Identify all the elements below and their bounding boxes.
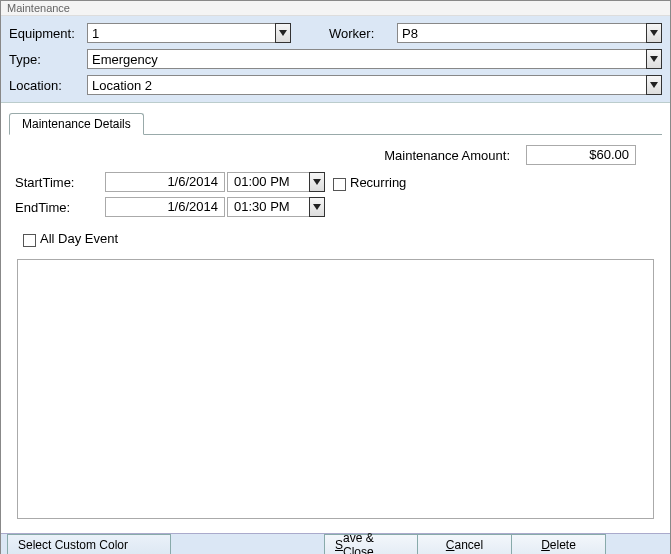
recurring-label: Recurring bbox=[350, 175, 406, 190]
start-date-field[interactable]: 1/6/2014 bbox=[105, 172, 225, 192]
tab-content: Maintenance Amount: $60.00 StartTime: 1/… bbox=[9, 135, 662, 525]
type-field[interactable]: Emergency bbox=[87, 49, 646, 69]
end-date-field[interactable]: 1/6/2014 bbox=[105, 197, 225, 217]
maintenance-amount-label: Maintenance Amount: bbox=[384, 148, 510, 163]
delete-button[interactable]: Delete bbox=[512, 534, 606, 554]
button-bar: Select Custom Color Save & Close Cancel … bbox=[1, 533, 670, 554]
tab-maintenance-details[interactable]: Maintenance Details bbox=[9, 113, 144, 135]
save-and-close-button[interactable]: Save & Close bbox=[324, 534, 418, 554]
header-form: Equipment: 1 Worker: P8 Type: Emergency … bbox=[1, 16, 670, 103]
end-time-label: EndTime: bbox=[15, 200, 105, 215]
cancel-button[interactable]: Cancel bbox=[418, 534, 512, 554]
start-time-label: StartTime: bbox=[15, 175, 105, 190]
select-custom-color-button[interactable]: Select Custom Color bbox=[7, 534, 171, 554]
chevron-down-icon bbox=[650, 30, 658, 36]
chevron-down-icon bbox=[313, 179, 321, 185]
equipment-dropdown-button[interactable] bbox=[275, 23, 291, 43]
recurring-checkbox[interactable] bbox=[333, 178, 346, 191]
notes-textarea[interactable] bbox=[17, 259, 654, 519]
chevron-down-icon bbox=[313, 204, 321, 210]
maintenance-window: Maintenance Equipment: 1 Worker: P8 Type… bbox=[0, 0, 671, 554]
chevron-down-icon bbox=[650, 82, 658, 88]
delete-post: elete bbox=[550, 538, 576, 552]
all-day-label: All Day Event bbox=[40, 231, 118, 246]
end-time-dropdown-button[interactable] bbox=[309, 197, 325, 217]
delete-mnemonic: D bbox=[541, 538, 550, 552]
cancel-post: ancel bbox=[454, 538, 483, 552]
location-field[interactable]: Location 2 bbox=[87, 75, 646, 95]
type-dropdown-button[interactable] bbox=[646, 49, 662, 69]
save-close-post: ave & Close bbox=[343, 531, 407, 554]
start-time-dropdown-button[interactable] bbox=[309, 172, 325, 192]
worker-field[interactable]: P8 bbox=[397, 23, 646, 43]
window-title: Maintenance bbox=[1, 1, 670, 16]
type-label: Type: bbox=[9, 52, 87, 67]
end-time-field[interactable]: 01:30 PM bbox=[227, 197, 309, 217]
all-day-checkbox[interactable] bbox=[23, 234, 36, 247]
tab-area: Maintenance Details Maintenance Amount: … bbox=[1, 103, 670, 533]
start-time-field[interactable]: 01:00 PM bbox=[227, 172, 309, 192]
maintenance-amount-field[interactable]: $60.00 bbox=[526, 145, 636, 165]
tab-strip: Maintenance Details bbox=[9, 111, 662, 135]
worker-dropdown-button[interactable] bbox=[646, 23, 662, 43]
location-dropdown-button[interactable] bbox=[646, 75, 662, 95]
chevron-down-icon bbox=[279, 30, 287, 36]
chevron-down-icon bbox=[650, 56, 658, 62]
equipment-label: Equipment: bbox=[9, 26, 87, 41]
worker-label: Worker: bbox=[329, 26, 397, 41]
cancel-mnemonic: C bbox=[446, 538, 455, 552]
save-close-mnemonic: S bbox=[335, 538, 343, 552]
equipment-field[interactable]: 1 bbox=[87, 23, 275, 43]
location-label: Location: bbox=[9, 78, 87, 93]
